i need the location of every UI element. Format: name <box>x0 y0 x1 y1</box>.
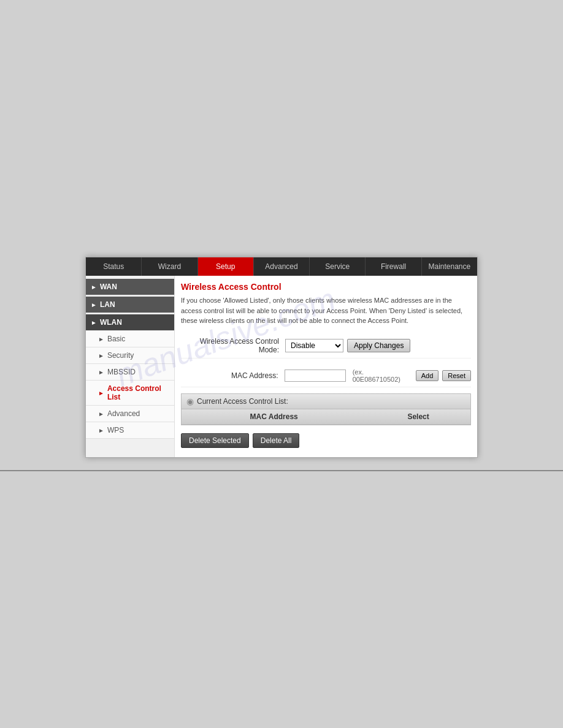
page-title: Wireless Access Control <box>181 282 471 292</box>
delete-selected-button[interactable]: Delete Selected <box>181 433 249 448</box>
wlan-arrow: ► <box>91 319 97 326</box>
security-arrow: ► <box>98 352 104 359</box>
current-list-title: Current Access Control List: <box>197 397 288 406</box>
add-button[interactable]: Add <box>416 370 439 381</box>
sidebar-item-wps[interactable]: ► WPS <box>86 422 174 439</box>
apply-changes-button[interactable]: Apply Changes <box>347 339 410 352</box>
sidebar-mbssid-label: MBSSID <box>107 368 136 376</box>
nav-setup[interactable]: Setup <box>198 257 254 276</box>
sidebar-wlan-label: WLAN <box>100 318 122 327</box>
sidebar: ► WAN ► LAN ► WLAN <box>86 276 175 457</box>
wps-arrow: ► <box>98 427 104 434</box>
mbssid-arrow: ► <box>98 369 104 376</box>
sidebar-wan-label: WAN <box>100 282 117 291</box>
nav-bar: Status Wizard Setup Advanced Service Fir… <box>86 257 477 276</box>
sidebar-lan-label: LAN <box>100 300 115 309</box>
mac-table: MAC Address Select <box>182 409 470 425</box>
page-description: If you choose 'Allowed Listed', only tho… <box>181 295 471 326</box>
sidebar-security-label: Security <box>107 351 134 360</box>
adv-arrow: ► <box>98 411 104 417</box>
nav-advanced[interactable]: Advanced <box>254 257 310 276</box>
basic-arrow: ► <box>98 336 104 343</box>
col-select: Select <box>366 409 470 425</box>
section-icon: ◉ <box>186 396 194 406</box>
mac-address-row: MAC Address: (ex. 00E086710502) Add Rese… <box>181 365 471 387</box>
sidebar-group-wlan: ► WLAN ► Basic ► Security ► MBSSID <box>86 314 174 439</box>
mac-address-label: MAC Address: <box>181 371 285 380</box>
sidebar-basic-label: Basic <box>107 335 125 343</box>
current-list-header: ◉ Current Access Control List: <box>181 393 471 409</box>
sidebar-wps-label: WPS <box>107 426 124 434</box>
acl-arrow: ► <box>98 390 104 396</box>
sidebar-acl-label: Access Control List <box>107 384 169 401</box>
col-mac-address: MAC Address <box>182 409 366 425</box>
nav-service[interactable]: Service <box>310 257 366 276</box>
access-control-mode-select[interactable]: Disable Allow Listed Deny Listed <box>285 339 343 352</box>
sidebar-wan[interactable]: ► WAN <box>86 279 174 295</box>
nav-status[interactable]: Status <box>86 257 142 276</box>
bottom-separator <box>0 470 563 471</box>
sidebar-wlan[interactable]: ► WLAN <box>86 314 174 331</box>
sidebar-item-access-control-list[interactable]: ► Access Control List <box>86 381 174 406</box>
wan-arrow: ► <box>91 284 97 290</box>
sidebar-lan[interactable]: ► LAN <box>86 297 174 313</box>
mac-address-input[interactable] <box>285 370 346 382</box>
sidebar-item-advanced[interactable]: ► Advanced <box>86 406 174 422</box>
nav-wizard[interactable]: Wizard <box>142 257 197 276</box>
delete-all-button[interactable]: Delete All <box>253 433 300 448</box>
mac-table-container: MAC Address Select <box>181 409 471 425</box>
sidebar-advanced-label: Advanced <box>107 409 140 418</box>
sidebar-item-mbssid[interactable]: ► MBSSID <box>86 364 174 381</box>
mac-address-hint: (ex. 00E086710502) <box>353 368 412 383</box>
content-panel: Wireless Access Control If you choose 'A… <box>175 276 477 457</box>
nav-maintenance[interactable]: Maintenance <box>422 257 477 276</box>
lan-arrow: ► <box>91 301 97 308</box>
mac-address-controls: (ex. 00E086710502) Add Reset <box>285 368 471 383</box>
main-area: ► WAN ► LAN ► WLAN <box>86 276 477 457</box>
access-control-mode-row: Wireless Access Control Mode: Disable Al… <box>181 333 471 358</box>
sidebar-group-wan: ► WAN <box>86 279 174 295</box>
access-control-mode-label: Wireless Access Control Mode: <box>181 337 285 354</box>
sidebar-item-security[interactable]: ► Security <box>86 347 174 364</box>
sidebar-item-basic[interactable]: ► Basic <box>86 331 174 347</box>
action-row: Delete Selected Delete All <box>181 430 471 451</box>
access-control-mode-controls: Disable Allow Listed Deny Listed Apply C… <box>285 339 410 352</box>
sidebar-group-lan: ► LAN <box>86 297 174 313</box>
nav-firewall[interactable]: Firewall <box>366 257 421 276</box>
router-ui-container: Status Wizard Setup Advanced Service Fir… <box>85 257 478 458</box>
reset-button[interactable]: Reset <box>442 370 471 381</box>
